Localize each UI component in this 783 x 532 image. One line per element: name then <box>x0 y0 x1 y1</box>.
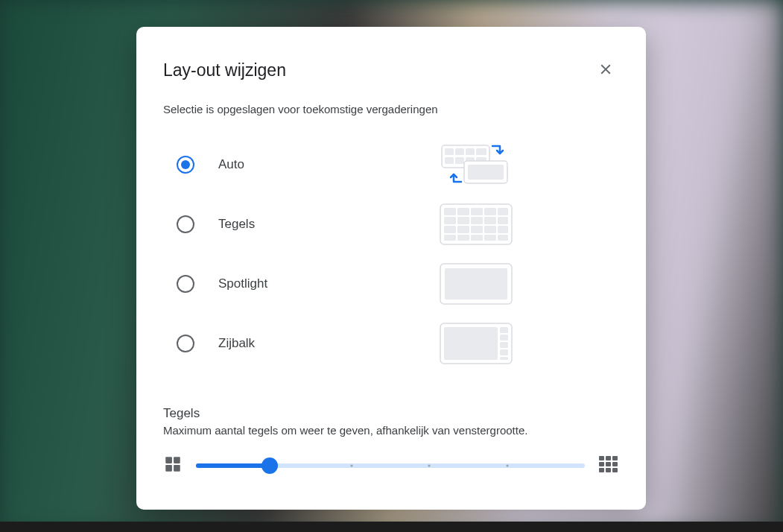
svg-rect-49 <box>606 462 611 466</box>
tiles-slider[interactable] <box>196 457 585 475</box>
option-label-sidebar: Zijbalk <box>218 336 255 351</box>
close-icon <box>597 61 614 80</box>
radio-spotlight <box>177 275 194 293</box>
slider-tick <box>428 465 431 467</box>
many-tiles-icon <box>598 455 619 477</box>
svg-rect-42 <box>174 457 180 463</box>
option-left: Auto <box>177 156 244 174</box>
svg-rect-28 <box>457 235 469 241</box>
layout-spotlight-icon <box>439 262 513 305</box>
tiles-description: Maximum aantal tegels om weer te geven, … <box>163 424 619 437</box>
layout-auto-icon <box>439 143 513 186</box>
dialog-header: Lay-out wijzigen <box>163 57 619 83</box>
option-label-tiled: Tegels <box>218 217 255 232</box>
layout-option-sidebar[interactable]: Zijbalk <box>177 314 619 373</box>
svg-rect-43 <box>165 465 172 472</box>
svg-rect-21 <box>498 217 508 224</box>
radio-tiled <box>177 215 194 233</box>
svg-rect-41 <box>165 457 172 463</box>
option-left: Tegels <box>177 215 255 233</box>
svg-rect-17 <box>444 217 456 224</box>
layout-options: Auto <box>163 135 619 373</box>
svg-rect-23 <box>457 226 469 233</box>
svg-rect-47 <box>612 456 618 460</box>
svg-rect-20 <box>484 217 496 224</box>
svg-rect-31 <box>498 235 508 241</box>
svg-rect-46 <box>606 456 611 460</box>
svg-rect-6 <box>455 157 464 164</box>
dialog-subtitle: Selectie is opgeslagen voor toekomstige … <box>163 103 619 115</box>
layout-option-spotlight[interactable]: Spotlight <box>177 254 619 314</box>
svg-rect-2 <box>455 148 464 155</box>
svg-rect-10 <box>468 165 504 180</box>
svg-rect-29 <box>471 235 483 241</box>
svg-rect-27 <box>444 235 456 241</box>
svg-rect-40 <box>500 357 508 360</box>
slider-thumb[interactable] <box>261 457 278 474</box>
svg-rect-53 <box>612 468 618 472</box>
bottom-bar <box>0 522 783 532</box>
few-tiles-icon <box>163 455 183 477</box>
svg-rect-22 <box>444 226 456 233</box>
svg-rect-37 <box>500 335 508 341</box>
tiles-section: Tegels Maximum aantal tegels om weer te … <box>163 406 619 477</box>
layout-option-auto[interactable]: Auto <box>177 135 619 194</box>
svg-rect-18 <box>457 217 469 224</box>
layout-option-tiled[interactable]: Tegels <box>177 194 619 254</box>
option-label-auto: Auto <box>218 157 244 172</box>
svg-rect-39 <box>500 349 508 355</box>
svg-rect-14 <box>471 208 483 215</box>
radio-sidebar <box>177 335 194 352</box>
svg-rect-26 <box>498 226 508 233</box>
svg-rect-38 <box>500 342 508 348</box>
slider-tick <box>506 465 508 467</box>
svg-rect-36 <box>500 327 508 333</box>
svg-rect-33 <box>445 268 507 300</box>
svg-rect-24 <box>471 226 483 233</box>
svg-rect-51 <box>599 468 604 472</box>
svg-rect-52 <box>606 468 611 472</box>
svg-rect-25 <box>484 226 496 233</box>
svg-rect-5 <box>445 157 454 164</box>
svg-rect-4 <box>476 148 486 155</box>
dialog-title: Lay-out wijzigen <box>163 60 286 80</box>
layout-sidebar-icon <box>439 322 513 365</box>
close-button[interactable] <box>592 57 619 83</box>
tiles-heading: Tegels <box>163 406 619 421</box>
change-layout-dialog: Lay-out wijzigen Selectie is opgeslagen … <box>136 27 646 510</box>
svg-rect-16 <box>498 208 508 215</box>
svg-rect-13 <box>457 208 469 215</box>
svg-rect-1 <box>445 148 454 155</box>
option-left: Spotlight <box>177 275 267 293</box>
svg-rect-3 <box>466 148 475 155</box>
option-label-spotlight: Spotlight <box>218 276 267 291</box>
svg-rect-45 <box>599 456 604 460</box>
svg-rect-19 <box>471 217 483 224</box>
option-left: Zijbalk <box>177 335 255 352</box>
slider-tick <box>350 465 352 467</box>
svg-rect-44 <box>174 465 180 472</box>
slider-fill <box>196 463 270 468</box>
layout-tiled-icon <box>439 203 513 246</box>
svg-rect-35 <box>444 327 498 360</box>
svg-rect-15 <box>484 208 496 215</box>
svg-rect-12 <box>444 208 456 215</box>
radio-auto <box>177 156 194 174</box>
svg-rect-48 <box>599 462 604 466</box>
svg-rect-50 <box>612 462 618 466</box>
tiles-slider-row <box>163 455 619 477</box>
svg-rect-30 <box>484 235 496 241</box>
